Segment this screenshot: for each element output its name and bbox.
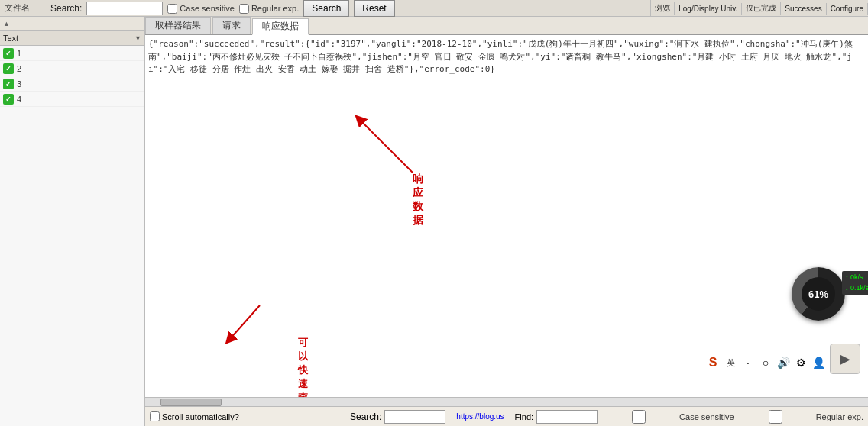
icon-s[interactable]: S	[705, 355, 721, 370]
regex-group: Regular exp.	[239, 4, 299, 14]
filename-label: 文件名	[5, 2, 30, 14]
nav-browse[interactable]: 浏览	[651, 2, 675, 15]
icon-speaker[interactable]: 🔊	[776, 355, 791, 370]
icon-user[interactable]: 👤	[811, 355, 826, 370]
item-status-icon: ✓	[3, 94, 14, 105]
tab-response-data[interactable]: 响应数据	[252, 18, 309, 35]
annotation-arrow-2	[336, 96, 489, 188]
right-panel: 取样器结果 请求 响应数据 {"reason":"succeeded","res…	[145, 17, 868, 426]
bottom-bar: Scroll automatically? Search: https://bl…	[145, 406, 868, 426]
bottom-regex-checkbox[interactable]	[737, 410, 814, 424]
bottom-find-label: Find:	[515, 412, 533, 421]
main-container: 文件名 Search: Case sensitive Regular exp. …	[0, 0, 868, 426]
list-item[interactable]: ✓ 4	[0, 92, 144, 107]
list-item-num: 1	[17, 49, 21, 58]
progress-circle: 61%	[792, 267, 845, 321]
svg-line-3	[359, 119, 413, 173]
upload-speed: ↑ 0k/s	[845, 273, 868, 283]
response-text: {"reason":"succeeded","result":{"id":"31…	[148, 38, 865, 76]
tabs-bar: 取样器结果 请求 响应数据	[145, 17, 868, 35]
search-input[interactable]	[86, 2, 163, 15]
case-sensitive-group: Case sensitive	[167, 4, 235, 14]
list-item[interactable]: ✓ 2	[0, 61, 144, 76]
case-sensitive-label: Case sensitive	[180, 4, 235, 13]
scroll-auto-label: Scroll automatically?	[162, 412, 239, 421]
icon-circle[interactable]: ○	[758, 355, 773, 370]
column-header: Text ▼	[0, 31, 144, 46]
search-button[interactable]: Search	[303, 0, 349, 17]
list-item-num: 2	[17, 64, 21, 73]
bottom-search-label: Search:	[350, 411, 381, 422]
download-speed: ↓ 0.1k/s	[845, 283, 868, 294]
tab-request[interactable]: 请求	[212, 17, 251, 34]
content-area: {"reason":"succeeded","result":{"id":"31…	[145, 35, 868, 397]
icon-settings[interactable]: ⚙	[793, 355, 808, 370]
list-item[interactable]: ✓ 3	[0, 76, 144, 92]
icon-english[interactable]: 英	[723, 355, 738, 370]
reset-button[interactable]: Reset	[354, 0, 394, 17]
bottom-search-group: Search: https://blog.us Find: Case sensi…	[350, 410, 863, 424]
horizontal-scrollbar[interactable]	[145, 397, 868, 406]
item-status-icon: ✓	[3, 63, 14, 74]
regex-label: Regular exp.	[251, 4, 299, 13]
nav-log[interactable]: Log/Display Univ.	[675, 3, 742, 15]
bottom-regex-group: Regular exp.	[737, 410, 863, 424]
list-item-num: 4	[17, 95, 21, 104]
nav-configure[interactable]: Configure	[827, 3, 868, 15]
column-sort-icon: ▼	[134, 34, 141, 42]
tab-sampler-result[interactable]: 取样器结果	[145, 17, 211, 34]
item-status-icon: ✓	[3, 79, 14, 89]
bottom-case-label: Case sensitive	[679, 412, 734, 421]
nav-successes[interactable]: Successes	[781, 3, 826, 15]
filename-bar: 文件名 Search: Case sensitive Regular exp. …	[0, 0, 868, 17]
nav-completed[interactable]: 仅已完成	[742, 2, 781, 15]
case-sensitive-checkbox[interactable]	[167, 4, 177, 14]
search-label: Search:	[50, 3, 82, 14]
body-area: ▲ Text ▼ ✓ 1 ✓ 2 ✓ 3 ✓	[0, 17, 868, 426]
progress-percent: 61%	[802, 277, 835, 311]
bottom-case-checkbox[interactable]	[601, 410, 677, 424]
bottom-search-input[interactable]	[384, 410, 445, 424]
top-nav: 浏览 Log/Display Univ. 仅已完成 Successes Conf…	[650, 0, 868, 17]
regex-checkbox[interactable]	[239, 4, 249, 14]
item-status-icon: ✓	[3, 48, 14, 59]
bottom-regex-label: Regular exp.	[816, 412, 863, 421]
annotation-arrow-3	[222, 290, 374, 351]
bottom-case-group: Case sensitive	[601, 410, 734, 424]
url-display: https://blog.us	[456, 412, 504, 421]
play-button[interactable]: ▶	[830, 344, 860, 374]
panel-toggle[interactable]: ▲	[0, 17, 144, 31]
toggle-arrow-icon: ▲	[3, 20, 10, 27]
list-item[interactable]: ✓ 1	[0, 46, 144, 61]
column-header-text: Text	[3, 34, 134, 43]
scroll-checkbox-group: Scroll automatically?	[150, 411, 239, 421]
scroll-auto-checkbox[interactable]	[150, 411, 160, 421]
icon-dot[interactable]: ·	[740, 355, 756, 370]
progress-widget: 61% ↑ 0k/s ↓ 0.1k/s	[792, 267, 845, 321]
list-item-num: 3	[17, 79, 21, 89]
bottom-find-input[interactable]	[536, 410, 598, 424]
scrollbar-thumb[interactable]	[160, 399, 222, 406]
taskbar-icons: S 英 · ○ 🔊 ⚙ 👤	[705, 355, 826, 370]
speed-badge: ↑ 0k/s ↓ 0.1k/s	[842, 271, 868, 295]
left-panel: ▲ Text ▼ ✓ 1 ✓ 2 ✓ 3 ✓	[0, 17, 145, 426]
list-area: ✓ 1 ✓ 2 ✓ 3 ✓ 4	[0, 46, 144, 426]
svg-line-5	[229, 305, 260, 340]
